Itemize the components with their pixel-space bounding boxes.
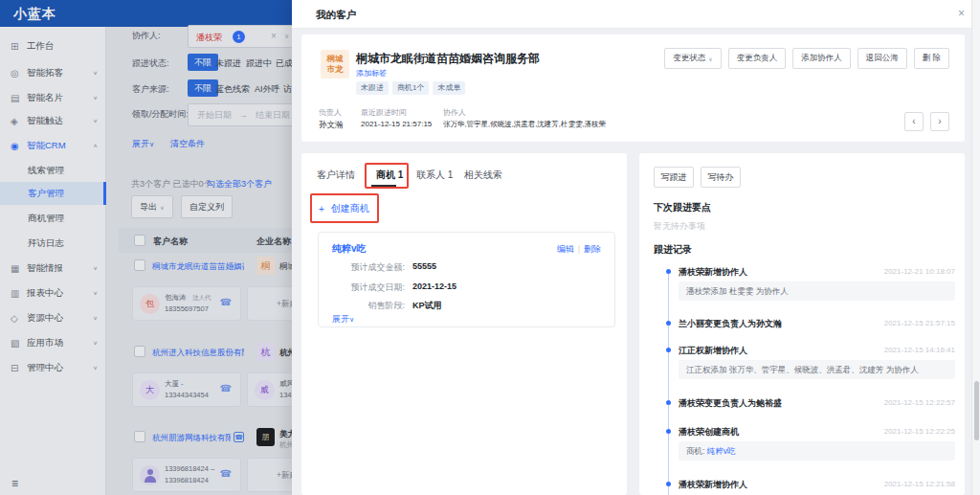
divider: |: [578, 244, 580, 254]
deal-status-tag: 未成单: [433, 81, 465, 95]
timeline-dot: [666, 269, 671, 274]
record-detail-label: 商机:: [686, 446, 704, 456]
owner-label: 负责人: [319, 107, 342, 118]
collaborators-value: 张万华,管宇星,候晓波,洪孟君,沈建芳,杜雯雯,潘枝荣: [443, 120, 606, 129]
record-detail: 商机: 纯粹v吃: [679, 441, 955, 461]
customer-avatar: 桐城 市龙: [321, 50, 349, 79]
tab-contacts[interactable]: 联系人 1: [416, 169, 453, 182]
close-date-value: 2021-12-15: [412, 281, 457, 291]
add-collaborator-label: 添加协作人: [801, 53, 842, 64]
write-follow-button[interactable]: 写跟进: [654, 167, 694, 188]
last-follow-value: 2021-12-15 21:57:15: [361, 120, 432, 128]
return-pool-button[interactable]: 退回公海: [858, 48, 907, 69]
annotation-box-create-opportunity: [310, 193, 379, 223]
expand-opportunity-link[interactable]: 展开∨: [332, 313, 354, 326]
add-tag-link[interactable]: 添加标签: [356, 68, 387, 79]
drawer-mask[interactable]: [0, 0, 293, 495]
customer-summary-card: 桐城 市龙 桐城市龙眠街道苗苗婚姻咨询服务部 添加标签 未跟进 商机1个 未成单…: [301, 34, 965, 142]
close-icon[interactable]: ×: [958, 7, 965, 20]
expand-label: 展开: [332, 314, 349, 324]
change-owner-label: 变更负责人: [737, 53, 778, 64]
follow-up-card: 写跟进 写待办 下次跟进要点 暂无待办事项 跟进记录 潘枝荣新增协作人 2021…: [639, 153, 965, 495]
owner-value: 孙文瀚: [319, 120, 344, 131]
timeline-dot: [666, 429, 671, 434]
record-title: 潘枝荣创建商机: [679, 426, 739, 439]
record-time: 2021-12-15 12:21:58: [884, 480, 955, 488]
scrollbar[interactable]: [971, 0, 980, 495]
write-todo-button[interactable]: 写待办: [701, 167, 741, 188]
tab-customer-detail[interactable]: 客户详情: [317, 169, 355, 182]
close-date-label: 预计成交日期:: [328, 281, 405, 294]
change-status-label: 变更状态: [673, 53, 705, 64]
timeline-dot: [666, 482, 671, 486]
record-time: 2021-12-15 21:57:15: [884, 319, 955, 327]
timeline-dot: [666, 400, 671, 405]
timeline-line: [668, 270, 669, 495]
change-status-button[interactable]: 变更状态 ∨: [664, 48, 721, 69]
chevron-down-icon: ∨: [708, 56, 712, 62]
app-window: 小蓝本 ⊞ 工作台 ◎ 智能拓客 ∨ ▤ 智能名片 ∨ ◈ 智能触达 ∨ ◉ 智…: [0, 0, 980, 495]
edit-opportunity-link[interactable]: 编辑: [557, 244, 574, 254]
annotation-box-opportunity-tab: [365, 163, 409, 189]
record-title: 潘枝荣新增协作人: [679, 479, 747, 491]
follow-records-heading: 跟进记录: [654, 243, 692, 257]
return-pool-label: 退回公海: [866, 53, 899, 64]
record-title: 潘枝荣新增协作人: [679, 266, 747, 279]
opportunity-name-link[interactable]: 纯粹v吃: [332, 242, 367, 256]
no-todo-placeholder: 暂无待办事项: [654, 220, 705, 233]
customer-tags: 未跟进 商机1个 未成单: [356, 81, 465, 95]
stage-label: 销售阶段:: [328, 300, 405, 312]
stage-value: KP试用: [412, 300, 442, 312]
opportunity-actions: 编辑|删除: [557, 243, 601, 256]
drawer-header: 我的客户 ×: [292, 0, 980, 29]
add-collaborator-button[interactable]: 添加协作人: [792, 48, 851, 69]
record-time: 2021-12-21 10:18:07: [884, 267, 955, 276]
record-title: 兰小丽变更负责人为孙文瀚: [679, 318, 782, 330]
record-pager: ‹ ›: [904, 112, 949, 131]
record-detail: 江正权添加 张万华、管宇星、候晓波、洪孟君、沈建芳 为协作人: [679, 360, 955, 379]
status-tag: 未跟进: [356, 81, 389, 95]
timeline-dot: [666, 321, 671, 326]
avatar-text: 桐城: [321, 54, 349, 64]
record-title: 潘枝荣变更负责人为鲍裕盛: [679, 397, 782, 410]
prev-record-button[interactable]: ‹: [904, 112, 924, 131]
customer-actions: 变更状态 ∨ 变更负责人 添加协作人 退回公海 删 除: [664, 48, 949, 69]
next-record-button[interactable]: ›: [930, 112, 949, 131]
delete-button[interactable]: 删 除: [914, 48, 949, 69]
opportunity-count-tag: 商机1个: [392, 81, 429, 95]
delete-opportunity-link[interactable]: 删除: [584, 244, 601, 254]
last-follow-label: 最近跟进时间: [361, 107, 407, 118]
opportunity-card: 纯粹v吃 编辑|删除 预计成交金额: 55555 预计成交日期: 2021-12…: [318, 232, 615, 327]
drawer-title: 我的客户: [316, 9, 356, 22]
customer-drawer: 我的客户 × 桐城 市龙 桐城市龙眠街道苗苗婚姻咨询服务部 添加标签 未跟进 商…: [292, 0, 980, 495]
chevron-down-icon: ∨: [349, 316, 354, 323]
record-time: 2021-12-15 14:16:41: [884, 346, 955, 354]
tab-related-leads[interactable]: 相关线索: [464, 169, 502, 182]
timeline-dot: [666, 348, 671, 352]
amount-label: 预计成交金额:: [328, 261, 405, 274]
customer-name: 桐城市龙眠街道苗苗婚姻咨询服务部: [356, 51, 540, 67]
collaborators-label: 协作人: [443, 107, 466, 118]
amount-value: 55555: [412, 261, 436, 271]
change-owner-button[interactable]: 变更负责人: [728, 48, 787, 69]
opportunity-link[interactable]: 纯粹v吃: [707, 446, 736, 456]
avatar-text: 市龙: [321, 64, 349, 75]
delete-label: 删 除: [923, 53, 941, 64]
scrollbar-thumb[interactable]: [974, 381, 979, 440]
record-time: 2021-12-15 12:22:25: [884, 427, 955, 436]
record-time: 2021-12-15 12:22:57: [884, 398, 955, 407]
record-detail: 潘枝荣添加 杜雯雯 为协作人: [679, 281, 955, 301]
record-title: 江正权新增协作人: [679, 345, 747, 357]
next-follow-heading: 下次跟进要点: [654, 201, 711, 214]
